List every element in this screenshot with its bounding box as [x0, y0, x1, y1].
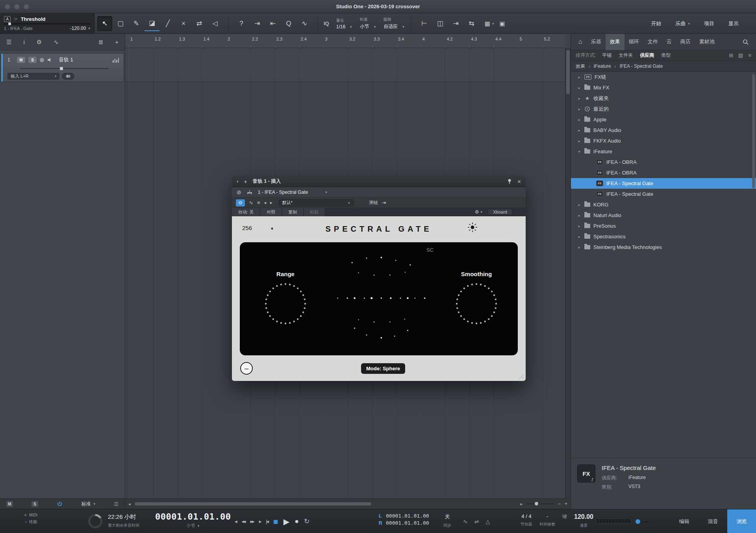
zoom-out-button[interactable]: −	[558, 501, 561, 507]
zoom-slider-handle[interactable]	[535, 502, 538, 505]
chevron-collapsed-icon[interactable]: ▸	[577, 245, 581, 249]
close-icon[interactable]: ×	[517, 178, 521, 185]
tree-item[interactable]: ▸BABY Audio	[571, 125, 756, 136]
inspector-icon[interactable]: i	[23, 39, 24, 45]
macro-value-slider[interactable]	[4, 23, 90, 24]
track-header[interactable]: 1 M S 音轨 1 输入 L+R ▾	[1, 53, 124, 82]
tree-item[interactable]: ▸FXFX链	[571, 72, 756, 82]
vertical-scrollbar-thumb[interactable]	[566, 50, 570, 94]
paint-tool[interactable]: ╱	[160, 16, 175, 31]
sync-toggle[interactable]: 关 同步	[443, 513, 451, 528]
tab-instruments[interactable]: 乐器	[587, 34, 606, 50]
scroll-right-icon[interactable]: ▸	[520, 501, 523, 507]
next-button[interactable]: ▸	[259, 518, 261, 524]
tree-item[interactable]: ▸最近的	[571, 104, 756, 114]
footer-menu-icon[interactable]: ☰	[114, 501, 119, 507]
tree-item[interactable]: ▸Mix FX	[571, 82, 756, 93]
sort-option[interactable]: 类型	[661, 52, 671, 59]
xboard-button[interactable]: Xboard	[488, 209, 512, 215]
quantize-dropdown[interactable]: 量化 1/16▾	[332, 13, 356, 33]
preset-list-icon[interactable]: ≡	[257, 200, 260, 206]
filter-icon[interactable]: ⊞	[729, 52, 733, 58]
tools-icon[interactable]: ⚙	[37, 39, 42, 46]
record-button[interactable]: ●	[295, 517, 299, 526]
window-controls[interactable]	[5, 4, 29, 9]
chevron-collapsed-icon[interactable]: ▸	[577, 118, 581, 122]
chevron-collapsed-icon[interactable]: ▸	[577, 107, 581, 111]
transport-value-pair[interactable]: 120.00速度	[574, 513, 593, 528]
tree-item[interactable]: ▸Steinberg Media Technologies	[571, 242, 756, 253]
solo-button[interactable]: S	[28, 57, 37, 63]
tree-item[interactable]: FXIFEA - Spectral Gate	[571, 189, 756, 199]
eraser-tool[interactable]: ◪	[145, 16, 159, 31]
snap-bar-icon[interactable]: ⊢	[417, 16, 432, 31]
track-lane[interactable]	[125, 48, 565, 82]
thumb-view-icon[interactable]: ▤	[738, 52, 743, 58]
tab-search[interactable]	[738, 34, 753, 50]
transport-value-pair[interactable]: 键	[562, 513, 567, 528]
stop-button[interactable]: ■	[273, 517, 278, 526]
tree-item[interactable]: FXIFEA - OBRA	[571, 157, 756, 167]
mode-button[interactable]: Mode: Sphere	[361, 363, 405, 374]
main-time-display[interactable]: 00001.01.01.00 小节▾	[155, 512, 231, 529]
snap-grid-icon[interactable]: ◫	[433, 16, 448, 31]
chevron-expanded-icon[interactable]: ▾	[577, 150, 581, 154]
tab-shop[interactable]: 商店	[676, 34, 695, 50]
scrub-tool[interactable]: ∿	[297, 16, 312, 31]
sidechain-label[interactable]: 测链	[369, 200, 378, 206]
chevron-collapsed-icon[interactable]: ▸	[577, 86, 581, 90]
range-tool[interactable]: ▢	[113, 16, 128, 31]
rewind-button[interactable]: ◂◂	[242, 518, 245, 524]
list-view-icon[interactable]: ≡	[748, 52, 751, 58]
scroll-left-icon[interactable]: ◂	[128, 501, 131, 507]
chevron-collapsed-icon[interactable]: ▸	[577, 128, 581, 132]
chevron-down-icon[interactable]: ▾	[88, 26, 90, 30]
horizontal-scrollbar-thumb[interactable]	[135, 502, 371, 505]
chevron-collapsed-icon[interactable]: ▸	[577, 139, 581, 143]
paste-button[interactable]: 粘贴	[304, 208, 325, 216]
power-icon[interactable]	[57, 501, 63, 507]
tree-item[interactable]: ▾iFeature	[571, 146, 756, 157]
metronome-icon[interactable]: △	[485, 518, 490, 525]
sort-option[interactable]: 供应商	[640, 52, 654, 59]
breadcrumb-item[interactable]: IFEA - Spectral Gate	[619, 63, 663, 69]
close-window-button[interactable]	[5, 4, 10, 9]
vertical-scrollbar[interactable]	[565, 48, 571, 498]
add-track-button[interactable]: +	[115, 39, 119, 45]
dim-knob[interactable]	[636, 519, 640, 524]
loop-end-value[interactable]: 00001.01.01.00	[386, 520, 429, 526]
zoom-in-button[interactable]: +	[565, 501, 567, 507]
global-mute-button[interactable]: M	[6, 501, 13, 507]
fast-forward-button[interactable]: ▸▸	[250, 518, 254, 524]
record-panel-button[interactable]: ▣	[497, 13, 508, 33]
automation-curve-icon[interactable]: ∿	[249, 200, 253, 206]
tab-effects[interactable]: 效果	[606, 34, 624, 50]
grid-options-button[interactable]: ▦ ▾	[482, 13, 497, 33]
pin-icon[interactable]	[507, 178, 512, 184]
ab-compare-button[interactable]: 对照	[260, 208, 282, 216]
plugin-window-titlebar[interactable]: ▾ + 音轨 1 - 插入 ×	[232, 176, 526, 187]
breadcrumb-item[interactable]: iFeature	[594, 63, 611, 69]
tree-item[interactable]: ▸Naturl Audio	[571, 210, 756, 221]
listen-tool[interactable]: ◁	[208, 16, 222, 31]
routing-icon[interactable]	[247, 190, 252, 195]
track-input-dropdown[interactable]: 输入 L+R ▾	[7, 73, 59, 80]
next-preset-icon[interactable]: ▸	[270, 200, 272, 205]
chevron-collapsed-icon[interactable]: ▸	[577, 203, 581, 207]
stereo-link-toggle[interactable]	[62, 73, 74, 80]
help-button[interactable]: ?	[234, 16, 249, 31]
performance-button[interactable]: ◔性能	[24, 519, 37, 525]
sidechain-input-icon[interactable]: ⇥	[382, 200, 386, 206]
timebase-dropdown[interactable]: 时基 小节▾	[356, 13, 380, 33]
record-arm-button[interactable]	[40, 58, 44, 62]
monitor-dim-toggle[interactable]	[636, 519, 649, 524]
tab-home[interactable]: ⌂	[574, 34, 587, 50]
zoom-window-button[interactable]	[24, 4, 29, 9]
chevron-collapsed-icon[interactable]: ▸	[577, 75, 581, 79]
tree-item[interactable]: FXIFEA - OBRA	[571, 167, 756, 178]
track-list-icon[interactable]: ≣	[98, 39, 104, 46]
tree-item[interactable]: ▸KORG	[571, 199, 756, 210]
plugin-power-button[interactable]	[236, 199, 245, 206]
tree-item[interactable]: ▸PreSonus	[571, 221, 756, 231]
pencil-tool[interactable]: ✎	[129, 16, 144, 31]
